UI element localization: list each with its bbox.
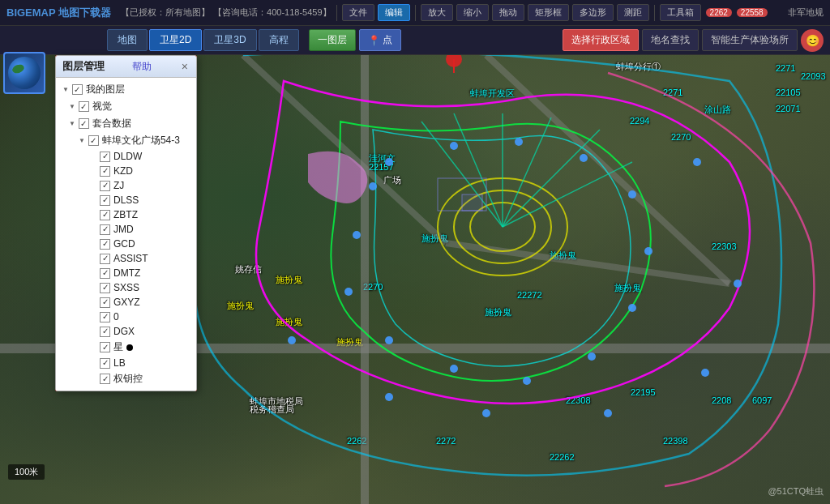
layer-item-my-layers[interactable]: ▼我的图层 [56, 81, 196, 98]
layer-item-gcd[interactable]: GCD [56, 237, 196, 251]
svg-line-9 [421, 122, 503, 227]
checkbox-gxyz[interactable] [100, 297, 110, 308]
checkbox-zero[interactable] [100, 312, 110, 322]
map-label: 蚌埠市地税局 [250, 395, 303, 408]
checkbox-zj[interactable] [100, 181, 110, 191]
map-label: 22071 [776, 104, 801, 113]
find-place-button[interactable]: 地名查找 [642, 29, 699, 51]
map-label: 2208 [712, 395, 731, 405]
checkbox-zhiwubei[interactable] [100, 374, 110, 384]
layer-item-dldw[interactable]: DLDW [56, 149, 196, 164]
zoom-in-button[interactable]: 放大 [421, 4, 453, 21]
layer-item-jmd[interactable]: JMD [56, 222, 196, 237]
map-label: 蚌埠开发区 [470, 88, 515, 100]
layer-item-kzd[interactable]: KZD [56, 164, 196, 178]
tools-button[interactable]: 工具箱 [660, 4, 701, 21]
badge2: 22558 [737, 8, 768, 17]
svg-point-6 [438, 178, 567, 275]
layer-item-zhiwubei[interactable]: 权钥控 [56, 370, 196, 387]
map-label: 施扮鬼 [614, 282, 641, 294]
checkbox-jmd[interactable] [100, 224, 110, 235]
svg-point-18 [580, 154, 588, 162]
svg-point-25 [385, 336, 393, 344]
layer-item-star[interactable]: 星 [56, 339, 196, 356]
svg-point-8 [470, 203, 535, 251]
layer-item-gxyz[interactable]: GXYZ [56, 295, 196, 310]
satellite3d-button[interactable]: 卫星3D [203, 29, 256, 51]
svg-line-14 [503, 162, 632, 227]
checkbox-visual[interactable] [79, 101, 89, 112]
svg-line-5 [446, 243, 729, 284]
layer-item-assist[interactable]: ASSIST [56, 251, 196, 266]
checkbox-kzd[interactable] [100, 166, 110, 177]
checkbox-dmtz[interactable] [100, 268, 110, 279]
layer-label-lb: LB [113, 357, 126, 369]
layer-label-gxyz: GXYZ [113, 297, 140, 308]
layer-item-composite[interactable]: ▼套合数据 [56, 115, 196, 132]
panel-title: 图层管理 [62, 59, 105, 74]
edit-button[interactable]: 编辑 [378, 4, 410, 21]
satellite2d-button[interactable]: 卫星2D [149, 29, 202, 51]
checkbox-sxss[interactable] [100, 283, 110, 293]
layer-item-dgx[interactable]: DGX [56, 324, 196, 339]
layer-label-jmd: JMD [113, 224, 134, 235]
help-button[interactable]: 帮助 [132, 60, 152, 74]
elevation-button[interactable]: 高程 [259, 29, 299, 51]
svg-rect-38 [438, 178, 486, 211]
select-region-button[interactable]: 选择行政区域 [563, 29, 639, 51]
checkbox-dldw[interactable] [100, 152, 110, 162]
user-avatar[interactable]: 😊 [801, 29, 824, 52]
svg-point-34 [385, 393, 393, 401]
layer-item-dmtz[interactable]: DMTZ [56, 266, 196, 280]
checkbox-dlss[interactable] [100, 195, 110, 206]
checkbox-gcd[interactable] [100, 239, 110, 250]
checkbox-dgx[interactable] [100, 327, 110, 337]
layer-item-benfeng-square[interactable]: ▼蚌埠文化广场54-3 [56, 132, 196, 149]
scale-bar: 100米 [8, 464, 45, 480]
map-label: 22157 [369, 162, 394, 172]
layer-item-sxss[interactable]: SXSS [56, 280, 196, 295]
checkbox-lb[interactable] [100, 358, 110, 369]
map-label: 施扮鬼 [276, 316, 302, 328]
svg-point-32 [604, 409, 612, 417]
smart-button[interactable]: 智能生产体验场所 [702, 29, 798, 51]
map-label: 广场 [383, 174, 401, 186]
map-label: 施扮鬼 [421, 233, 448, 245]
map-label: 6097 [752, 395, 772, 405]
svg-point-33 [482, 409, 490, 417]
map-label: 施扮鬼 [485, 306, 511, 318]
checkbox-zbtz[interactable] [100, 210, 110, 220]
map-label: 施扮鬼 [276, 274, 302, 286]
layer-item-visual[interactable]: ▼视觉 [56, 98, 196, 115]
svg-line-12 [503, 117, 551, 227]
zoom-out-button[interactable]: 缩小 [456, 4, 489, 21]
point-button[interactable]: 📍 点 [359, 29, 401, 51]
layer-item-zj[interactable]: ZJ [56, 178, 196, 193]
checkbox-my-layers[interactable] [72, 84, 83, 95]
drag-button[interactable]: 拖动 [492, 4, 524, 21]
multi-button[interactable]: 多边形 [572, 4, 614, 21]
svg-point-22 [588, 352, 596, 361]
svg-point-31 [701, 369, 709, 377]
map-label: 22195 [631, 387, 656, 397]
layer-label-gcd: GCD [113, 238, 135, 250]
svg-point-29 [693, 158, 701, 166]
layer-item-dlss[interactable]: DLSS [56, 193, 196, 207]
separator3 [654, 5, 655, 21]
checkbox-assist[interactable] [100, 254, 110, 264]
measure-button[interactable]: 测距 [617, 4, 649, 21]
map-label: 洼河文 [369, 152, 396, 164]
layer-item-zbtz[interactable]: ZBTZ [56, 207, 196, 222]
chevron-icon: ▼ [69, 103, 75, 110]
file-button[interactable]: 文件 [342, 4, 374, 21]
map-button[interactable]: 地图 [107, 29, 148, 51]
layer-item-lb[interactable]: LB [56, 356, 196, 370]
checkbox-star[interactable] [100, 342, 110, 352]
panel-close-button[interactable]: × [180, 60, 190, 73]
checkbox-benfeng-square[interactable] [88, 135, 99, 146]
rect-button[interactable]: 矩形框 [528, 4, 569, 21]
map-label: 施扮鬼 [550, 250, 576, 262]
layer-button[interactable]: 一图层 [309, 29, 356, 51]
checkbox-composite[interactable] [79, 118, 89, 129]
layer-item-zero[interactable]: 0 [56, 310, 196, 324]
